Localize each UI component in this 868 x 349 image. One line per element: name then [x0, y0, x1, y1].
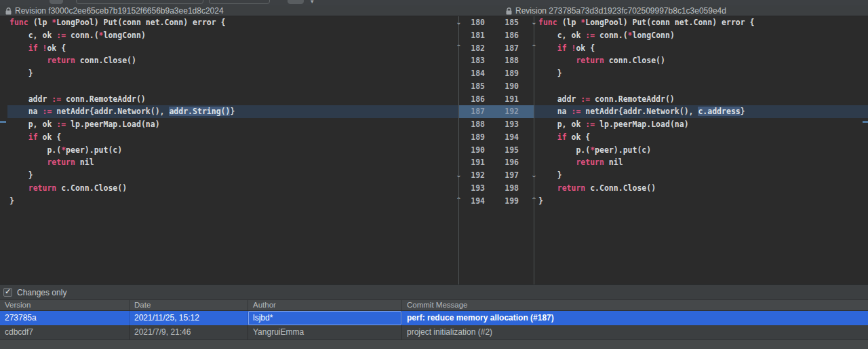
code-line[interactable]: } [534, 169, 868, 182]
cell-version[interactable]: 273785a [0, 311, 129, 325]
code-line[interactable]: c, ok := conn.(*longConn) [7, 29, 458, 42]
code-line[interactable]: p.(*peer).put(c) [7, 144, 458, 157]
cell-date[interactable]: 2021/7/9, 21:46 [129, 325, 248, 339]
code-line[interactable]: if ok { [534, 131, 868, 144]
fold-up-icon[interactable] [531, 197, 536, 204]
chevron-down-icon[interactable] [311, 0, 314, 5]
line-number-row: 189194 [459, 131, 534, 144]
code-line[interactable]: p.(*peer).put(c) [534, 144, 868, 157]
history-table-row[interactable]: 273785a2021/11/25, 15:12lsjbd*perf: redu… [0, 311, 868, 325]
toolbar-button-fragment[interactable] [50, 0, 63, 4]
line-number-row: 192197 [459, 169, 534, 182]
code-line[interactable]: return conn.Close() [7, 54, 458, 67]
line-number-row: 183188 [459, 54, 534, 67]
cell-author[interactable]: YangruiEmma [248, 325, 401, 339]
column-header-commit-message[interactable]: Commit Message [401, 300, 868, 310]
history-table-row[interactable]: cdbcdf72021/7/9, 21:46YangruiEmmaproject… [0, 325, 868, 339]
column-header-date[interactable]: Date [129, 300, 248, 310]
code-line[interactable]: return nil [534, 156, 868, 169]
line-number-row: 190195 [459, 144, 534, 157]
code-line[interactable] [534, 80, 868, 93]
line-number-row: 187192 [459, 105, 534, 118]
fold-up-icon[interactable] [456, 197, 461, 204]
toolbar-remnant [0, 0, 868, 5]
toolbar-field-fragment[interactable] [76, 0, 203, 4]
fold-down-icon[interactable] [531, 19, 536, 26]
line-number-row: 191196 [459, 156, 534, 169]
cell-commit-message[interactable]: perf: reduce memory allocation (#187) [401, 311, 868, 325]
fold-down-icon[interactable] [456, 172, 461, 179]
right-revision-header: Revision 273785a73d3d1923fc702509997b8c1… [506, 5, 726, 16]
code-line[interactable]: return nil [7, 156, 458, 169]
code-line[interactable]: if !ok { [7, 42, 458, 55]
left-code-pane[interactable]: func (lp *LongPool) Put(conn net.Conn) e… [7, 16, 458, 207]
code-line[interactable]: } [534, 195, 868, 208]
cell-date[interactable]: 2021/11/25, 15:12 [129, 311, 248, 325]
history-table: Version Date Author Commit Message 27378… [0, 299, 868, 339]
code-line[interactable]: c, ok := conn.(*longConn) [534, 29, 868, 42]
fold-down-icon[interactable] [456, 19, 461, 26]
code-line[interactable]: } [534, 67, 868, 80]
fold-down-icon[interactable] [531, 172, 536, 179]
right-revision-label: Revision 273785a73d3d1923fc702509997b8c1… [515, 6, 726, 16]
line-number-row: 184189 [459, 67, 534, 80]
line-number-row: 180185 [459, 16, 534, 29]
line-number-row: 194199 [459, 195, 534, 208]
left-revision-label: Revision f3000c2ee65ceb7b19152f6656b9a3e… [15, 6, 224, 16]
code-line[interactable]: if ok { [7, 131, 458, 144]
lock-icon [506, 7, 512, 15]
column-header-version[interactable]: Version [0, 300, 129, 310]
revision-headers: Revision f3000c2ee65ceb7b19152f6656b9a3e… [0, 5, 868, 16]
code-line[interactable]: func (lp *LongPool) Put(conn net.Conn) e… [534, 16, 868, 29]
code-line[interactable]: func (lp *LongPool) Put(conn net.Conn) e… [7, 16, 458, 29]
line-number-row: 188193 [459, 118, 534, 131]
code-line[interactable]: p, ok := lp.peerMap.Load(na) [534, 118, 868, 131]
diff-editor: func (lp *LongPool) Put(conn net.Conn) e… [0, 16, 868, 284]
column-header-author[interactable]: Author [248, 300, 401, 310]
code-line[interactable] [7, 80, 458, 93]
line-number-row: 193198 [459, 182, 534, 195]
filter-bar: Changes only [0, 284, 868, 299]
line-number-row: 182187 [459, 42, 534, 55]
change-marker[interactable] [863, 121, 868, 123]
code-line[interactable]: } [7, 195, 458, 208]
fold-up-icon[interactable] [531, 44, 536, 51]
code-line[interactable]: addr := conn.RemoteAddr() [7, 93, 458, 106]
bottom-strip [0, 339, 868, 349]
code-line[interactable]: return conn.Close() [534, 54, 868, 67]
line-number-row: 185190 [459, 80, 534, 93]
toolbar-field-fragment[interactable] [209, 0, 270, 4]
line-number-row: 181186 [459, 29, 534, 42]
code-line[interactable]: return c.Conn.Close() [534, 182, 868, 195]
code-line[interactable]: if !ok { [534, 42, 868, 55]
cell-commit-message[interactable]: project initialization (#2) [401, 325, 868, 339]
code-line[interactable]: return c.Conn.Close() [7, 182, 458, 195]
code-line[interactable]: addr := conn.RemoteAddr() [534, 93, 868, 106]
cell-author[interactable]: lsjbd* [248, 311, 401, 325]
code-line[interactable]: } [7, 67, 458, 80]
history-table-header: Version Date Author Commit Message [0, 299, 868, 311]
toolbar-button-fragment[interactable] [288, 0, 304, 4]
cell-version[interactable]: cdbcdf7 [0, 325, 129, 339]
line-number-row: 186191 [459, 93, 534, 106]
change-marker[interactable] [0, 121, 6, 123]
diff-line-number-gutter: 1801851811861821871831881841891851901861… [458, 16, 534, 284]
changes-only-label: Changes only [17, 288, 66, 297]
lock-icon [5, 7, 12, 15]
code-line[interactable]: p, ok := lp.peerMap.Load(na) [7, 118, 458, 131]
left-revision-header: Revision f3000c2ee65ceb7b19152f6656b9a3e… [5, 5, 224, 16]
changes-only-checkbox[interactable] [3, 288, 12, 297]
right-code-pane[interactable]: func (lp *LongPool) Put(conn net.Conn) e… [534, 16, 868, 207]
code-line[interactable]: na := netAddr{addr.Network(), addr.Strin… [7, 105, 458, 118]
code-line[interactable]: na := netAddr{addr.Network(), c.address} [534, 105, 868, 118]
diff-window: Revision f3000c2ee65ceb7b19152f6656b9a3e… [0, 0, 868, 349]
fold-up-icon[interactable] [456, 44, 461, 51]
code-line[interactable]: } [7, 169, 458, 182]
